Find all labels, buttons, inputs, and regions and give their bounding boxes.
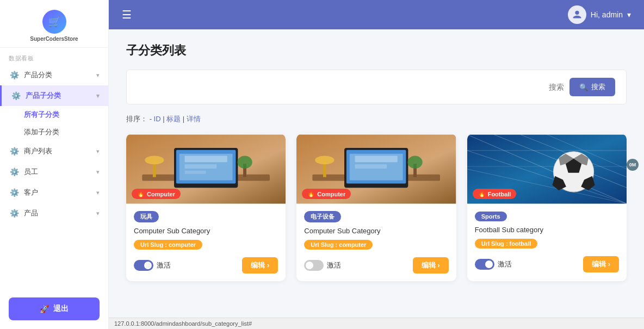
gear-icon-3: ⚙️	[9, 146, 20, 157]
chevron-down-icon: ▾	[96, 72, 100, 79]
sidebar-item-label: 员工	[24, 167, 38, 177]
card-2-body: 电子设备 Computer Sub Category Url Slug : co…	[296, 204, 456, 281]
chevron-down-icon-5: ▾	[96, 189, 100, 196]
sort-dash: -	[150, 115, 154, 123]
card-2-footer: 激活 编辑 ›	[304, 255, 448, 274]
url-bar: 127.0.0.1:8000/admindashboard/sub_catego…	[109, 318, 644, 329]
cards-grid: 🔥 Computer 玩具 Computer Sub Category Url …	[126, 134, 627, 281]
dropdown-arrow-icon: ▾	[627, 10, 631, 19]
card-1-slug: Url Slug : computer	[134, 240, 202, 250]
gear-icon-5: ⚙️	[9, 187, 20, 198]
main-content: ☰ Hi, admin ▾ 子分类列表 🔍 搜索 排序： - ID | 标	[109, 0, 644, 329]
svg-rect-11	[185, 164, 217, 169]
page-content: 子分类列表 🔍 搜索 排序： - ID | 标题 | 详情	[109, 29, 644, 318]
sidebar-item-employee[interactable]: ⚙️ 员工 ▾	[0, 162, 108, 182]
chevron-down-icon-3: ▾	[96, 148, 100, 155]
svg-rect-12	[185, 171, 206, 174]
sidebar-item-label: 商户列表	[24, 146, 52, 156]
card-3-badge: 🔥 Football	[473, 189, 517, 199]
sort-by-id[interactable]: ID	[154, 115, 161, 123]
sidebar-item-label: 客户	[24, 188, 38, 197]
card-3: 🔥 Football Sports Football Sub category …	[467, 134, 627, 281]
sort-by-detail[interactable]: 详情	[187, 115, 201, 123]
card-1: 🔥 Computer 玩具 Computer Sub Category Url …	[126, 134, 286, 281]
sidebar-sub-item-add[interactable]: 添加子分类	[24, 123, 108, 141]
card-1-edit-button[interactable]: 编辑 ›	[242, 257, 278, 274]
card-3-edit-button[interactable]: 编辑 ›	[583, 256, 619, 272]
sidebar-logo: 🛒 SuperCodersStore	[0, 0, 108, 48]
gear-icon-2: ⚙️	[10, 90, 21, 101]
search-bar: 🔍 搜索	[126, 70, 627, 104]
card-3-toggle[interactable]	[475, 259, 494, 270]
card-2-title: Computer Sub Category	[304, 227, 448, 235]
card-3-body: Sports Football Sub category Url Slug : …	[467, 204, 627, 280]
sidebar-item-label: 产品子分类	[26, 91, 61, 101]
card-1-badge: 🔥 Computer	[132, 189, 181, 199]
user-label: Hi, admin	[591, 10, 623, 19]
card-3-footer: 激活 编辑 ›	[475, 254, 619, 272]
rocket-icon: 🚀	[40, 305, 49, 313]
gear-icon-4: ⚙️	[9, 166, 20, 177]
sidebar-item-product-category[interactable]: ⚙️ 产品分类 ▾	[0, 65, 108, 85]
card-2-edit-button[interactable]: 编辑 ›	[413, 257, 449, 274]
logo-text: SuperCodersStore	[30, 36, 78, 42]
card-2-toggle[interactable]	[304, 260, 324, 271]
sort-label: 排序：	[126, 115, 147, 123]
sidebar-item-product-sub-category[interactable]: ⚙️ 产品子分类 ▾	[0, 85, 108, 106]
sidebar-sub-item-all[interactable]: 所有子分类	[24, 106, 108, 123]
card-3-category: Sports	[475, 212, 507, 221]
sidebar-submenu-sub-category: 所有子分类 添加子分类	[0, 106, 108, 141]
menu-icon[interactable]: ☰	[122, 8, 132, 21]
chevron-down-icon-2: ▾	[96, 92, 100, 100]
search-button-label: 搜索	[591, 82, 605, 92]
card-1-active-label: 激活	[157, 260, 171, 270]
card-2-badge: 🔥 Computer	[302, 189, 351, 199]
card-2-slug: Url Slug : computer	[304, 240, 373, 250]
avatar	[568, 5, 586, 24]
svg-point-8	[237, 156, 252, 169]
search-button[interactable]: 🔍 搜索	[569, 78, 615, 96]
sidebar-item-customer[interactable]: ⚙️ 客户 ▾	[0, 182, 108, 203]
topbar-user[interactable]: Hi, admin ▾	[568, 5, 631, 24]
card-1-category: 玩具	[134, 211, 159, 222]
flame-icon: 🔥	[137, 190, 145, 197]
sidebar-item-label: 产品	[24, 208, 38, 218]
svg-rect-10	[185, 156, 227, 163]
card-3-active-label: 激活	[498, 259, 512, 269]
card-2-active-label: 激活	[327, 260, 341, 270]
card-2-toggle-wrap: 激活	[304, 260, 341, 271]
sidebar-item-merchant[interactable]: ⚙️ 商户列表 ▾	[0, 141, 108, 162]
sidebar-section-label: 数据看板	[0, 48, 108, 65]
card-1-footer: 激活 编辑 ›	[134, 255, 278, 274]
card-1-title: Computer Sub Category	[134, 227, 278, 235]
sort-by-title[interactable]: 标题	[166, 115, 181, 123]
logo-icon: 🛒	[42, 10, 66, 34]
logout-button[interactable]: 🚀 退出	[9, 297, 100, 320]
svg-point-6	[145, 156, 164, 165]
sidebar-item-label: 产品分类	[24, 70, 52, 80]
svg-point-0	[575, 11, 579, 15]
flame-icon-2: 🔥	[307, 190, 315, 197]
card-1-body: 玩具 Computer Sub Category Url Slug : comp…	[126, 204, 286, 281]
svg-point-20	[408, 156, 423, 169]
gear-icon-6: ⚙️	[9, 208, 20, 219]
status-dot: 0M	[627, 159, 639, 171]
card-1-toggle-wrap: 激活	[134, 260, 171, 271]
card-1-toggle[interactable]	[134, 260, 153, 271]
sidebar-item-product[interactable]: ⚙️ 产品 ▾	[0, 203, 108, 224]
card-3-title: Football Sub category	[475, 226, 619, 234]
card-2-image: 🔥 Computer	[296, 134, 456, 204]
page-title: 子分类列表	[126, 42, 627, 59]
gear-icon: ⚙️	[9, 70, 20, 80]
svg-rect-23	[355, 164, 387, 169]
sidebar: 🛒 SuperCodersStore 数据看板 ⚙️ 产品分类 ▾ ⚙️ 产品子…	[0, 0, 109, 329]
card-2-category: 电子设备	[304, 211, 341, 222]
logout-label: 退出	[53, 304, 69, 314]
search-input[interactable]	[138, 83, 564, 91]
card-3-toggle-wrap: 激活	[475, 259, 512, 270]
chevron-down-icon-6: ▾	[96, 210, 100, 217]
card-1-image: 🔥 Computer	[126, 134, 286, 204]
topbar: ☰ Hi, admin ▾	[109, 0, 644, 29]
sort-bar: 排序： - ID | 标题 | 详情	[126, 114, 627, 124]
card-2: 🔥 Computer 电子设备 Computer Sub Category Ur…	[296, 134, 456, 281]
